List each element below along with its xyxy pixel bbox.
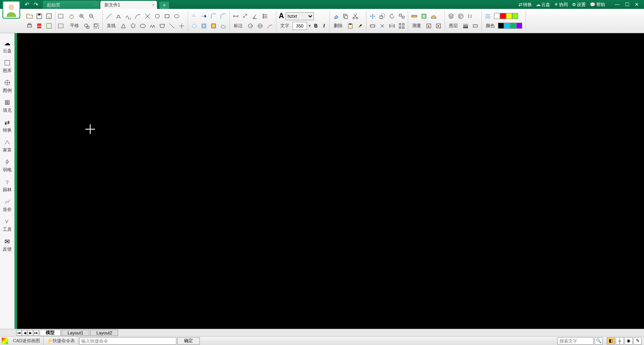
break-tool[interactable]	[190, 21, 199, 30]
xline-tool[interactable]	[143, 12, 152, 21]
settings-link[interactable]: ⚙设置	[572, 2, 586, 8]
close-button[interactable]: ✕	[633, 1, 641, 8]
user-avatar[interactable]	[2, 1, 20, 19]
trim-tool[interactable]	[190, 12, 199, 21]
drawing-canvas[interactable]	[15, 33, 644, 329]
color-red[interactable]	[500, 13, 506, 19]
ellipse-tool[interactable]	[172, 12, 181, 21]
save-button[interactable]	[35, 12, 44, 21]
ortho-toggle[interactable]: ┼	[616, 337, 624, 345]
paste-tool[interactable]	[346, 21, 355, 30]
color-cyan[interactable]	[504, 23, 510, 29]
convert-link[interactable]: ⇄转换	[519, 2, 532, 8]
move-tool[interactable]	[368, 12, 377, 21]
color-green[interactable]	[512, 13, 518, 19]
layer-linetype[interactable]	[466, 12, 475, 21]
match-tool[interactable]	[356, 21, 364, 30]
help-link[interactable]: 💬帮助	[590, 2, 605, 8]
minimize-button[interactable]: —	[613, 1, 621, 8]
font-select[interactable]: hztxt	[286, 12, 314, 20]
dim-ordinate[interactable]	[261, 12, 269, 21]
zoom-out-button[interactable]	[87, 12, 96, 21]
color-purple[interactable]	[516, 23, 522, 29]
export-button[interactable]	[44, 21, 53, 30]
cut-tool[interactable]	[351, 12, 360, 21]
layout-tab-2[interactable]: Layout2	[90, 330, 118, 336]
measure-angle[interactable]	[429, 12, 438, 21]
zoom-extents-button[interactable]	[92, 21, 101, 30]
spline-tool[interactable]	[124, 12, 133, 21]
layout-first[interactable]: ⏮	[16, 330, 22, 336]
layer-iso[interactable]	[471, 21, 480, 30]
dim-leader[interactable]	[265, 21, 274, 30]
font-size-input[interactable]	[292, 22, 307, 30]
print-button[interactable]	[25, 21, 34, 30]
extend-tool[interactable]	[199, 12, 208, 21]
pdf-button[interactable]: PDF	[35, 21, 44, 30]
polygon-tool[interactable]	[129, 21, 138, 30]
add-tab-button[interactable]: +	[159, 2, 169, 9]
close-icon[interactable]: ×	[152, 3, 155, 7]
line2-tool[interactable]	[167, 21, 176, 30]
tab-new-file[interactable]: 新文件1 ×	[100, 1, 157, 9]
collab-link[interactable]: ⚘协同	[554, 2, 568, 8]
measure-out[interactable]	[434, 21, 443, 30]
dim-angular[interactable]	[251, 12, 260, 21]
sidebar-item-fill[interactable]: 填充	[0, 97, 14, 117]
layout-prev[interactable]: ◀	[22, 330, 28, 336]
save-as-button[interactable]	[44, 12, 53, 21]
dim-diameter[interactable]	[256, 21, 265, 30]
rotate-tool[interactable]	[388, 12, 396, 21]
measure-in[interactable]	[424, 21, 433, 30]
hatch-tool[interactable]	[209, 21, 218, 30]
sidebar-item-convert[interactable]: ⇄转换	[0, 117, 14, 136]
import-button[interactable]	[56, 12, 65, 21]
layout-next[interactable]: ▶	[28, 330, 33, 336]
scale-tool[interactable]	[378, 12, 387, 21]
dropdown-icon[interactable]: ▼	[308, 24, 311, 28]
color-black[interactable]	[498, 23, 504, 29]
layout-tab-model[interactable]: 模型	[40, 330, 61, 336]
confirm-button[interactable]: 确定	[177, 337, 200, 345]
revcloud-tool[interactable]	[219, 21, 228, 30]
snap-toggle[interactable]: ◧	[607, 337, 615, 345]
dim-radius[interactable]	[246, 21, 255, 30]
layout-last[interactable]: ⏭	[33, 330, 39, 336]
sidebar-item-feedback[interactable]: ✉反馈	[0, 236, 14, 256]
hexagon-tool[interactable]	[138, 21, 147, 30]
chamfer-tool[interactable]	[219, 12, 228, 21]
command-input[interactable]	[79, 337, 176, 345]
triangle-tool[interactable]	[119, 21, 128, 30]
shortcut-table-button[interactable]: ⚡快捷命令表	[44, 336, 78, 345]
stretch-tool[interactable]	[368, 21, 377, 30]
search-button[interactable]: 🔍	[595, 337, 603, 345]
trapezoid-tool[interactable]	[158, 21, 167, 30]
array-tool[interactable]	[397, 21, 406, 30]
cloud-link[interactable]: ☁云盘	[536, 2, 550, 8]
grid-toggle[interactable]: ◉	[625, 337, 633, 345]
maximize-button[interactable]: ☐	[623, 1, 631, 8]
sidebar-item-cloud[interactable]: ☁云盘	[0, 37, 14, 57]
tab-start-page[interactable]: 起始页 ×	[43, 1, 100, 9]
zoom-window-button[interactable]	[82, 21, 91, 30]
mirror-tool[interactable]	[388, 21, 396, 30]
arc-tool[interactable]	[133, 12, 142, 21]
layout-tab-1[interactable]: Layout1	[61, 330, 89, 336]
zigzag-tool[interactable]	[148, 21, 157, 30]
undo-button[interactable]: ↶	[23, 1, 31, 8]
color-yellow[interactable]	[506, 13, 512, 19]
bold-button[interactable]: B	[312, 22, 320, 30]
rectangle-tool[interactable]	[163, 12, 172, 21]
point-tool[interactable]	[177, 21, 186, 30]
sidebar-item-home[interactable]: 家装	[0, 136, 14, 156]
sidebar-item-legend[interactable]: 图例	[0, 77, 14, 97]
search-input[interactable]	[557, 337, 594, 345]
color-teal[interactable]	[510, 23, 516, 29]
offset-tool[interactable]	[199, 21, 208, 30]
explode-tool[interactable]	[378, 21, 387, 30]
circle-tool[interactable]	[153, 12, 162, 21]
italic-button[interactable]: I	[320, 22, 328, 30]
export2-button[interactable]	[56, 21, 65, 30]
sidebar-item-library[interactable]: 图库	[0, 57, 14, 77]
close-icon[interactable]: ×	[95, 3, 97, 7]
